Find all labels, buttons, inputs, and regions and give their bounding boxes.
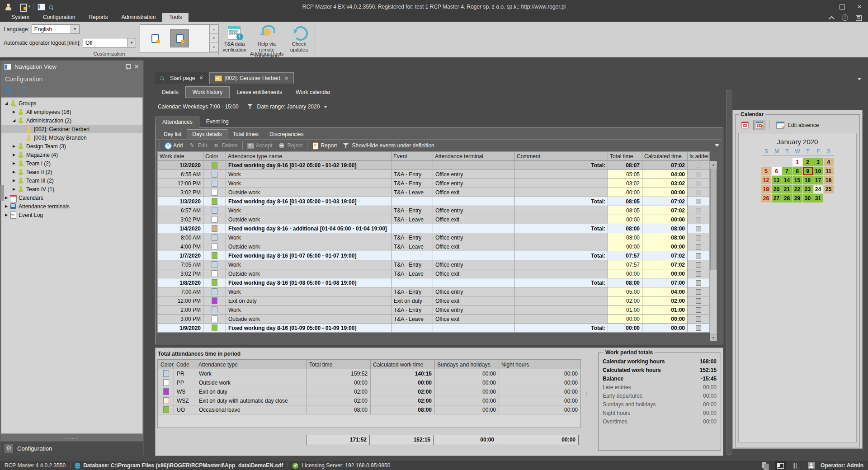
event-row[interactable]: 3:02 PMOutside workT&A - LeaveOffice exi…	[158, 269, 710, 278]
total-time-cell[interactable]: 03:02	[608, 179, 642, 188]
total-time-cell[interactable]: 07:57	[608, 251, 642, 260]
day-row[interactable]: 1/7/2020Fixed working day 8-16 [01-07 05…	[158, 251, 710, 260]
comment-cell[interactable]	[515, 206, 608, 215]
work-date-cell[interactable]: 1/4/2020	[158, 224, 203, 233]
color-cell[interactable]	[203, 161, 226, 170]
calendar-day-27[interactable]: 27	[772, 194, 782, 202]
tree-item-groups[interactable]: ◢Groups	[1, 99, 142, 108]
refresh-icon[interactable]	[4, 85, 13, 94]
total-time-cell[interactable]: 08:05	[608, 206, 642, 215]
terminal-cell[interactable]	[433, 324, 515, 333]
attendance-type-cell[interactable]: Work	[226, 306, 392, 315]
document-tab-002-gerstner-herbert[interactable]: [002]: Gerstner Herbert	[209, 72, 294, 84]
work-date-cell[interactable]: 6:57 AM	[158, 206, 203, 215]
event-row[interactable]: 2:00 PMWorkT&A - EntryOffice entry01:000…	[158, 306, 710, 315]
comment-cell[interactable]	[515, 287, 608, 296]
calendar-filter-label[interactable]: Calendar: Weekdays 7:00 - 15:00	[158, 103, 239, 110]
attendance-type-cell[interactable]: Fixed working day 8-16 [01-08 05:00 - 01…	[226, 278, 392, 287]
calculated-time-cell[interactable]: 00:00	[642, 315, 688, 324]
calculated-time-cell[interactable]: 07:02	[642, 206, 688, 215]
summary-header-sundays-and-holidays[interactable]: Sundays and holidays	[435, 360, 499, 369]
is-added-cell[interactable]	[688, 306, 710, 315]
work-date-cell[interactable]: 6:55 AM	[158, 170, 203, 179]
comment-cell[interactable]: Total:	[515, 197, 608, 206]
is-added-checkbox[interactable]	[696, 253, 701, 258]
terminal-cell[interactable]: Office entry	[433, 170, 515, 179]
columns-icon[interactable]	[792, 462, 800, 469]
color-cell[interactable]	[203, 269, 226, 278]
is-added-checkbox[interactable]	[696, 235, 701, 240]
comment-cell[interactable]	[515, 260, 608, 269]
tree-item-all-employees-16[interactable]: ▶All employees (16)	[1, 108, 142, 116]
summary-row[interactable]: PRWork159:52140:1500:0000:00	[158, 369, 581, 378]
minimize-button[interactable]	[816, 0, 834, 13]
work-date-cell[interactable]: 1/8/2020	[158, 278, 203, 287]
column-header-attendance-terminal[interactable]: Attendance terminal	[433, 152, 515, 161]
total-time-cell[interactable]: 01:00	[608, 306, 642, 315]
tree-item-team-ii-2[interactable]: ▶Team II (2)	[1, 168, 142, 176]
is-added-cell[interactable]	[688, 233, 710, 242]
total-time-cell[interactable]: 08:07	[608, 161, 642, 170]
close-tab-icon[interactable]	[284, 75, 288, 81]
work-date-cell[interactable]: 2:00 PM	[158, 306, 203, 315]
tab-details[interactable]: Details	[155, 87, 185, 98]
is-added-cell[interactable]	[688, 215, 710, 224]
is-added-cell[interactable]	[688, 242, 710, 251]
comment-cell[interactable]: Total:	[515, 278, 608, 287]
expander-icon[interactable]: ▶	[11, 110, 17, 114]
calculated-time-cell[interactable]: 00:00	[642, 188, 688, 197]
event-row[interactable]: 7:00 AMWorkT&A - EntryOffice entry05:000…	[158, 287, 710, 296]
attendance-type-cell[interactable]: Fixed working day 8-16 [01-07 05:00 - 01…	[226, 251, 392, 260]
comment-cell[interactable]: Total:	[515, 161, 608, 170]
splitter-dots[interactable]: ......	[0, 434, 143, 442]
comment-cell[interactable]	[515, 269, 608, 278]
total-time-cell[interactable]: 07:57	[608, 260, 642, 269]
tab-day-list[interactable]: Day list	[158, 129, 187, 139]
attendance-type-cell[interactable]: Fixed working day 8-16 [01-09 05:00 - 01…	[226, 324, 392, 333]
panel-scrollbar[interactable]	[726, 90, 731, 455]
calendar-day-1[interactable]: 1	[793, 158, 802, 166]
attendance-type-cell[interactable]: Work	[226, 260, 392, 269]
expander-icon[interactable]: ▶	[11, 161, 17, 165]
comment-cell[interactable]	[515, 242, 608, 251]
total-time-cell[interactable]: 08:00	[608, 233, 642, 242]
work-date-cell[interactable]: 1/9/2020	[158, 324, 203, 333]
scroll-up-icon[interactable]: ▲	[210, 25, 218, 34]
ribbon-tool-t-a-data-verification[interactable]: T&A data verification	[219, 24, 250, 53]
style-option-1[interactable]	[146, 29, 165, 47]
navigation-footer[interactable]: Configuration	[0, 442, 143, 455]
day-row[interactable]: 1/2/2020Fixed working day 8-16 [01-02 05…	[158, 161, 710, 170]
calculated-time-cell[interactable]: 04:00	[642, 170, 688, 179]
event-cell[interactable]	[392, 161, 433, 170]
attendance-type-cell[interactable]: Work	[226, 206, 392, 215]
work-date-cell[interactable]: 3:02 PM	[158, 188, 203, 197]
calendar-day-5[interactable]: 5	[761, 167, 771, 175]
attendance-type-cell[interactable]: Outside work	[226, 269, 392, 278]
calendar-day-17[interactable]: 17	[813, 176, 823, 184]
work-date-cell[interactable]: 3:02 PM	[158, 215, 203, 224]
chevron-down-icon[interactable]: ▼	[127, 38, 136, 47]
style-option-2-selected[interactable]	[170, 29, 189, 47]
color-cell[interactable]	[203, 242, 226, 251]
ribbon-tool-check-updates[interactable]: Check updates	[283, 24, 315, 53]
summary-header-attendance-type[interactable]: Attendance type	[196, 360, 307, 369]
is-added-checkbox[interactable]	[696, 271, 701, 277]
is-added-cell[interactable]	[688, 296, 710, 306]
attendance-type-cell[interactable]: Work	[226, 233, 392, 242]
language-select[interactable]: English ▼	[32, 24, 80, 34]
column-header-calculated-time[interactable]: Calculated time	[642, 152, 688, 161]
panel-toggle-icon[interactable]	[775, 461, 786, 470]
column-header-work-date[interactable]: Work date	[158, 152, 203, 161]
column-header-comment[interactable]: Comment	[515, 152, 608, 161]
logout-select[interactable]: Off ▼	[83, 38, 136, 47]
comment-cell[interactable]	[515, 306, 608, 315]
event-cell[interactable]: T&A - Leave	[392, 242, 433, 251]
calculated-time-cell[interactable]: 00:00	[642, 242, 688, 251]
scroll-up-icon[interactable]: ▲	[710, 161, 717, 168]
tab-total-times[interactable]: Total times	[227, 129, 264, 139]
calendar-day-28[interactable]: 28	[782, 194, 792, 202]
calculated-time-cell[interactable]: 03:02	[642, 179, 688, 188]
attendance-type-cell[interactable]: Work	[226, 179, 392, 188]
summary-row[interactable]: WSZExit on duty with automatic day close…	[158, 396, 581, 405]
is-added-cell[interactable]	[688, 269, 710, 278]
